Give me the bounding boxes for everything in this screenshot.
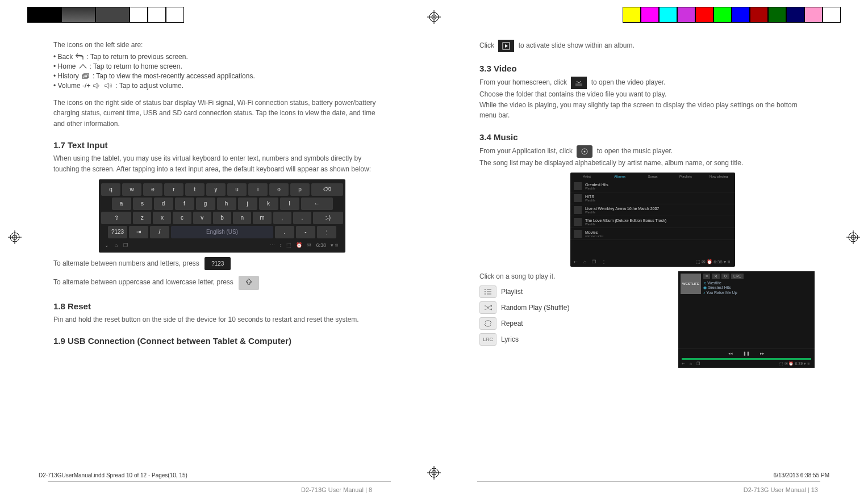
playlist-icon: [479, 285, 496, 298]
repeat-label: Repeat: [479, 317, 668, 330]
page-footer-left: D2-713G User Manual | 8: [301, 486, 372, 493]
page-left: The icons on the left side are: • Back :…: [48, 40, 394, 437]
music-player-icon: [577, 145, 592, 158]
lyrics-label: LRC Lyrics: [479, 333, 668, 346]
music-p: The song list may be displayed alphabeti…: [479, 158, 815, 169]
footer-rule-right: [477, 481, 820, 482]
keyboard-screenshot: qwertyuiop⌫ asdfghjkl← ⇧zxcvbnm,.:-) ?12…: [99, 179, 345, 253]
page-footer-right: D2-713G User Manual | 13: [744, 486, 818, 493]
heading-1-8: 1.8 Reset: [53, 301, 389, 311]
paragraph-1-7: When using the tablet, you may use its v…: [53, 153, 389, 174]
video-player-icon: [571, 77, 587, 89]
spread-timestamp: 6/13/2013 6:38:55 PM: [774, 472, 829, 478]
registration-mark-icon: [427, 466, 441, 480]
registration-mark-icon: [846, 230, 860, 244]
slideshow-text: Click to activate slide show within an a…: [479, 40, 815, 52]
bullet-volume: • Volume -/+ : Tap to adjust volume.: [53, 82, 389, 90]
registration-mark-icon: [427, 10, 441, 24]
footer-rule-left: [48, 481, 391, 482]
svg-point-13: [584, 150, 586, 152]
volume-down-icon: [93, 82, 102, 90]
right-icons-paragraph: The icons on the right side of status ba…: [53, 98, 389, 129]
music-open-text: From your Application list, click to ope…: [479, 145, 815, 158]
video-open-text: From your homescreen, click to open the …: [479, 77, 815, 89]
numbers-key-icon: ?123: [205, 257, 231, 271]
home-icon: [78, 62, 87, 70]
history-icon: [81, 72, 90, 80]
lrc-icon: LRC: [479, 333, 496, 346]
music-library-screenshot: ArtistAlbumsSongsPlaylistsNow playing Gr…: [570, 173, 735, 267]
heading-3-4: 3.4 Music: [479, 132, 815, 142]
heading-3-3: 3.3 Video: [479, 64, 815, 73]
svg-rect-9: [84, 74, 89, 77]
heading-1-7: 1.7 Text Input: [53, 140, 389, 150]
bullet-back: • Back : Tap to return to previous scree…: [53, 53, 389, 61]
alternate-numbers-text: To alternate between numbers and letters…: [53, 257, 389, 271]
alternate-case-text: To alternate between uppercase and lower…: [53, 276, 389, 290]
bullet-home: • Home : Tap to return to home screen.: [53, 62, 389, 70]
music-player-screenshot: WESTLIFE ≡⤨↻LRC ♫ Westlife ◉ Greatest Hi…: [678, 271, 815, 368]
bullet-history: • History : Tap to view the most-recentl…: [53, 72, 389, 80]
shuffle-icon: [479, 301, 496, 314]
registration-mark-icon: [8, 230, 22, 244]
intro-left-icons: The icons on the left side are:: [53, 40, 389, 51]
video-p1: Choose the folder that contains the vide…: [479, 89, 815, 100]
back-icon: [75, 53, 84, 61]
video-p2: While the video is playing, you may slig…: [479, 100, 815, 121]
volume-up-icon: [104, 82, 113, 90]
paragraph-1-8: Pin and hold the reset button on the sid…: [53, 314, 389, 325]
click-song-text: Click on a song to play it.: [479, 271, 668, 282]
repeat-icon: [479, 317, 496, 330]
page-right: Click to activate slide show within an a…: [474, 40, 820, 437]
registration-bar-right: [623, 7, 841, 23]
shuffle-label: Random Play (Shuffle): [479, 301, 668, 314]
slideshow-play-icon: [498, 40, 514, 52]
spread-filename: D2-713GUserManual.indd Spread 10 of 12 -…: [39, 472, 187, 478]
svg-rect-8: [82, 75, 87, 78]
shift-key-icon: [239, 276, 259, 290]
playlist-label: Playlist: [479, 285, 668, 298]
registration-bar-left: [27, 7, 184, 23]
heading-1-9: 1.9 USB Connection (Connect between Tabl…: [53, 336, 389, 346]
svg-rect-11: [575, 83, 582, 86]
